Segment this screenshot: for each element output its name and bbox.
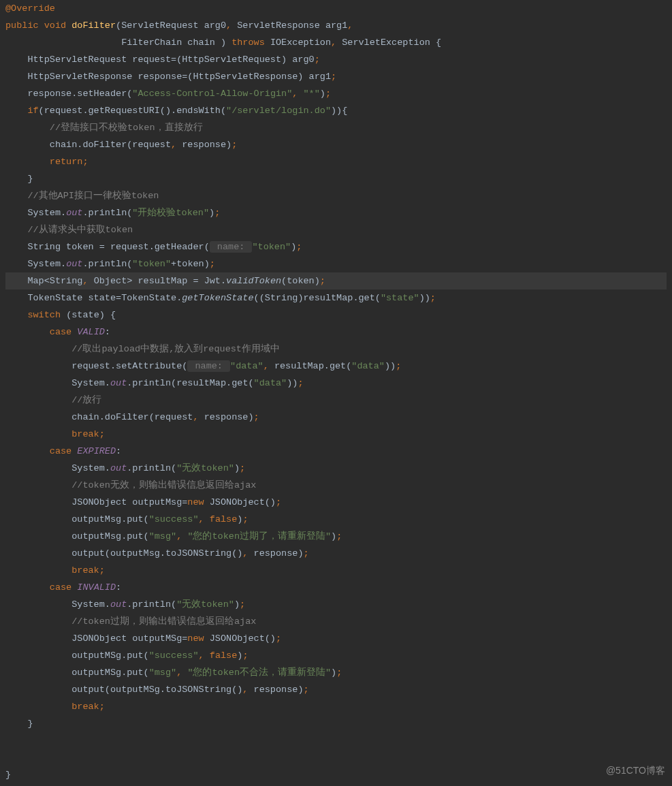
code-line: HttpServletResponse response=(HttpServle… [5,68,667,85]
code-text: .println(resultMap.get( [127,378,253,388]
code-text: .println( [127,599,176,610]
semicolon: ; [242,650,248,661]
code-text: Map<String [5,276,82,286]
code-text: )) [287,378,298,388]
semicolon: ; [320,276,325,286]
code-line: System.out.println("开始校验token"); [5,204,667,221]
code-text: response) [199,412,254,422]
comma: , [347,20,353,31]
code-text: request.setAttribute( [5,361,187,371]
code-text: System. [5,463,110,473]
code-text: System. [5,599,110,610]
code-line: output(outputMSg.toJSONString(), respons… [5,681,667,698]
string-literal: "success" [149,650,199,661]
code-line: response.setHeader("Access-Control-Allow… [5,85,667,102]
param-hint: name: [210,241,253,253]
semicolon: ; [242,514,248,524]
code-text: (token) [281,276,320,286]
code-text: HttpServletResponse response=(HttpServle… [5,72,331,82]
code-text: .println( [82,259,132,269]
code-line: outputMSg.put("success", false); [5,647,667,664]
code-line: JSONObject outputMsg=new JSONObject(); [5,494,667,511]
semicolon: ; [99,702,105,712]
code-text: )) [385,361,396,371]
code-text: .println( [127,463,176,473]
param-hint: name: [187,360,230,372]
watermark: @51CTO博客 [606,762,665,779]
code-line: } [5,715,667,732]
code-text: IOException [270,37,331,48]
comment: //其他API接口一律校验token [27,191,159,201]
code-text: chain.doFilter(request [5,140,171,150]
code-text: } [5,770,11,780]
string-literal: "Access-Control-Allow-Origin" [132,89,292,99]
code-line: outputMSg.put("msg", "您的token不合法，请重新登陆")… [5,664,667,681]
comment: //token过期，则输出错误信息返回给ajax [71,616,256,627]
enum-value: EXPIRED [77,446,116,456]
string-literal: "*" [304,89,320,99]
semicolon: ; [298,378,303,388]
code-line: output(outputMsg.toJSONString(), respons… [5,545,667,562]
code-text: String token = request.getHeader( [5,242,210,252]
code-line: } [5,766,667,783]
code-line: System.out.println(resultMap.get("data")… [5,375,667,392]
code-text: +token) [171,259,210,269]
code-line: chain.doFilter(request, response); [5,136,667,153]
code-line: break; [5,698,667,715]
string-literal: "无效token" [176,463,234,473]
semicolon: ; [303,685,308,695]
static-field: out [110,463,127,473]
code-text: outputMsg.put( [5,531,149,541]
comma: , [176,531,182,541]
code-line: //token无效，则输出错误信息返回给ajax [5,477,667,494]
keyword: case [50,446,78,456]
code-line: //其他API接口一律校验token [5,187,667,204]
comment: //放行 [71,395,101,405]
string-literal: "data" [351,361,385,371]
code-line: outputMsg.put("msg", "您的token过期了，请重新登陆")… [5,528,667,545]
code-line: FilterChain chain ) throws IOException, … [5,34,667,51]
semicolon: ; [336,667,342,678]
semicolon: ; [99,565,105,576]
string-literal: "state" [381,293,419,303]
comma: , [292,89,298,99]
string-literal: "token" [132,259,171,269]
keyword: false [210,514,238,524]
code-line: System.out.println("无效token"); [5,596,667,613]
comma: , [171,140,176,150]
code-text: HttpServletRequest request=(HttpServletR… [5,54,315,65]
semicolon: ; [336,531,342,541]
static-field: out [110,599,127,610]
comment: //从请求头中获取token [27,225,133,235]
enum-value: VALID [77,327,105,337]
code-text: ((String)resultMap.get( [254,293,381,303]
string-literal: "/servlet/login.do" [226,106,331,116]
keyword: switch [27,310,66,320]
code-text: outputMsg.put( [5,514,149,524]
code-line: switch (state) { [5,306,667,324]
static-method: validToken [226,276,281,286]
code-text: ServletResponse arg1 [231,20,347,31]
string-literal: "msg" [149,531,177,541]
comma: , [193,412,198,422]
code-line: System.out.println("无效token"); [5,460,667,477]
keyword: case [50,327,78,337]
code-text: .println( [82,208,132,218]
semicolon: ; [210,259,215,269]
code-text: (state) { [66,310,116,320]
code-line: case VALID: [5,324,667,341]
code-line: JSONObject outputMSg=new JSONObject(); [5,630,667,647]
code-line: case INVALID: [5,579,667,596]
string-literal: "您的token过期了，请重新登陆" [187,531,331,541]
semicolon: ; [276,633,281,644]
string-literal: "msg" [149,667,177,678]
code-line: @Override [5,0,667,17]
code-line: chain.doFilter(request, response); [5,409,667,426]
code-text: System. [5,259,66,269]
code-text: ServletException { [336,37,441,48]
code-text: output(outputMSg.toJSONString() [5,685,242,695]
code-line: //放行 [5,392,667,409]
keyword: break [71,702,99,712]
code-text: response.setHeader( [5,89,132,99]
code-line: if(request.getRequestURI().endsWith("/se… [5,102,667,119]
